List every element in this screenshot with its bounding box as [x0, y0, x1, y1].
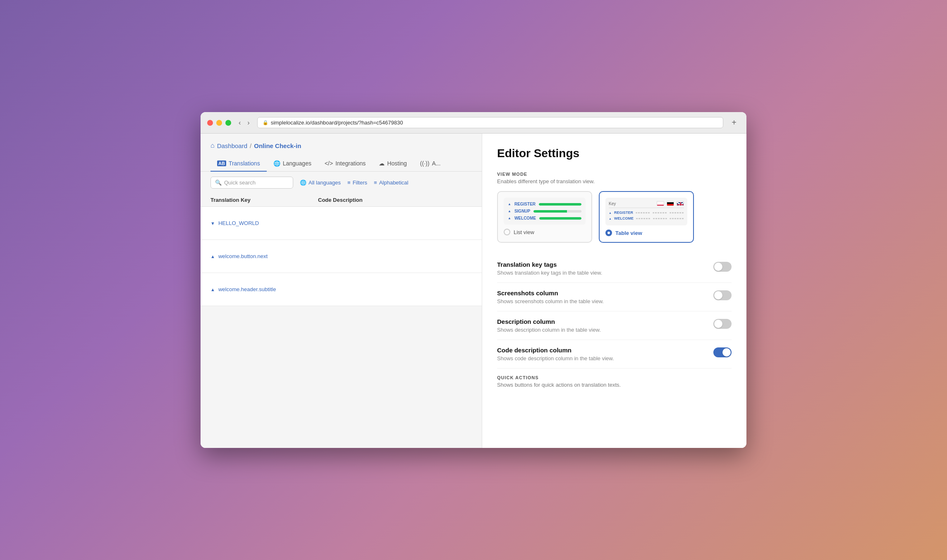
- address-bar[interactable]: 🔒 simplelocalize.io/dashboard/projects/?…: [257, 117, 724, 128]
- key-label: welcome.button.next: [218, 253, 268, 259]
- search-icon: 🔍: [215, 179, 222, 186]
- key-label: welcome.header.subtitle: [218, 286, 276, 292]
- preview-chevron-icon: ▲: [508, 202, 511, 206]
- preview-bar-container: [533, 210, 581, 213]
- sort-icon: ≡: [374, 179, 377, 186]
- svg-rect-1: [657, 205, 664, 206]
- tab-hosting-label: Hosting: [387, 160, 407, 167]
- preview-row-key: WELCOME: [614, 216, 634, 220]
- list-view-text: List view: [514, 229, 534, 235]
- tab-languages-label: Languages: [283, 160, 311, 167]
- close-button[interactable]: [207, 120, 213, 126]
- toggle-description-title: Description column: [497, 318, 707, 325]
- tab-translations[interactable]: AB Translations: [210, 156, 267, 172]
- alphabetical-button[interactable]: ≡ Alphabetical: [374, 179, 408, 186]
- toggle-row-description: Description column Shows description col…: [497, 311, 732, 340]
- preview-row-key: REGISTER: [614, 211, 633, 215]
- maximize-button[interactable]: [225, 120, 231, 126]
- preview-table-header: Key: [609, 201, 684, 208]
- preview-bar: [539, 217, 581, 220]
- svg-rect-3: [667, 204, 674, 206]
- tab-translations-icon: AB: [217, 160, 226, 166]
- preview-chevron-icon: ▲: [508, 216, 511, 220]
- new-tab-button[interactable]: +: [728, 117, 740, 128]
- lock-icon: 🔒: [263, 120, 268, 125]
- preview-chevron-icon: ▲: [609, 217, 612, 220]
- table-view-radio[interactable]: [605, 230, 612, 236]
- toggle-screenshots-desc: Shows screenshots column in the table vi…: [497, 298, 707, 304]
- table-row[interactable]: ▼ HELLO_WORLD: [201, 207, 482, 240]
- toggle-key-tags-info: Translation key tags Shows translation k…: [497, 261, 707, 276]
- tab-auto-icon: ((·)): [420, 160, 430, 167]
- breadcrumb: ⌂ Dashboard / Online Check-in: [201, 134, 482, 156]
- filter-icon: ≡: [347, 179, 351, 186]
- settings-title: Editor Settings: [497, 147, 732, 160]
- tab-auto[interactable]: ((·)) A...: [414, 156, 447, 172]
- back-button[interactable]: ‹: [236, 118, 243, 127]
- toggle-code-desc-switch[interactable]: [713, 347, 732, 357]
- tab-translations-label: Translations: [229, 160, 260, 167]
- tab-languages[interactable]: 🌐 Languages: [267, 156, 318, 172]
- tab-integrations[interactable]: </> Integrations: [318, 156, 372, 172]
- table-row[interactable]: ▲ welcome.button.next: [201, 240, 482, 273]
- forward-button[interactable]: ›: [245, 118, 252, 127]
- list-view-radio[interactable]: [504, 229, 510, 235]
- view-mode-desc: Enables different type of translation vi…: [497, 178, 732, 184]
- minimize-button[interactable]: [216, 120, 222, 126]
- chevron-up-icon: ▲: [210, 287, 215, 292]
- squiggle-decoration: [653, 212, 667, 213]
- squiggle-decoration: [670, 212, 684, 213]
- quick-actions-desc: Shows buttons for quick actions on trans…: [497, 382, 732, 388]
- toggle-key-tags-title: Translation key tags: [497, 261, 707, 268]
- table-view-option[interactable]: Key: [599, 191, 694, 243]
- flag-pl-icon: [657, 201, 664, 206]
- breadcrumb-parent[interactable]: Dashboard: [217, 142, 247, 149]
- table-row[interactable]: ▲ welcome.header.subtitle: [201, 273, 482, 306]
- url-text: simplelocalize.io/dashboard/projects/?ha…: [271, 120, 403, 126]
- toggle-description-switch[interactable]: [713, 319, 732, 329]
- toggle-knob: [722, 348, 731, 357]
- toggle-key-tags-switch[interactable]: [713, 262, 732, 272]
- search-box[interactable]: 🔍 Quick search: [210, 177, 293, 189]
- titlebar: ‹ › 🔒 simplelocalize.io/dashboard/projec…: [201, 112, 746, 134]
- flag-gb-icon: [677, 201, 684, 206]
- list-view-option[interactable]: ▲ REGISTER ▲ SIGNUP: [497, 191, 592, 243]
- column-desc-header: Code Description: [318, 197, 472, 203]
- tab-hosting[interactable]: ☁ Hosting: [372, 156, 413, 172]
- list-preview: ▲ REGISTER ▲ SIGNUP: [504, 198, 586, 225]
- preview-row-signup: ▲ SIGNUP: [508, 209, 581, 213]
- chevron-up-icon: ▲: [210, 254, 215, 259]
- preview-bar: [539, 203, 581, 206]
- tab-languages-icon: 🌐: [273, 160, 280, 167]
- home-icon[interactable]: ⌂: [210, 142, 215, 149]
- squiggle-decoration: [636, 212, 650, 213]
- row-key-welcome-button: ▲ welcome.button.next: [210, 253, 318, 259]
- filters-label: Filters: [353, 179, 367, 186]
- toggle-knob: [714, 263, 722, 271]
- breadcrumb-current: Online Check-in: [254, 142, 301, 149]
- svg-rect-4: [667, 206, 674, 206]
- tab-integrations-icon: </>: [325, 160, 333, 167]
- preview-table-row-welcome: ▲ WELCOME: [609, 216, 684, 220]
- squiggle-decoration: [636, 218, 650, 219]
- preview-table-row-register: ▲ REGISTER: [609, 211, 684, 215]
- list-view-label: List view: [504, 229, 586, 235]
- globe-icon: 🌐: [300, 179, 306, 186]
- tabs: AB Translations 🌐 Languages </> Integrat…: [201, 156, 482, 172]
- filters-button[interactable]: ≡ Filters: [347, 179, 367, 186]
- toggle-screenshots-switch[interactable]: [713, 290, 732, 300]
- svg-rect-2: [667, 202, 674, 204]
- toggle-knob: [714, 291, 722, 299]
- preview-bar-partial: [533, 210, 581, 213]
- preview-key-register: REGISTER: [514, 202, 536, 206]
- toggle-description-desc: Shows description column in the table vi…: [497, 327, 707, 333]
- key-label: HELLO_WORLD: [218, 220, 259, 226]
- chevron-down-icon: ▼: [210, 221, 215, 226]
- flag-de-icon: [667, 201, 674, 206]
- all-languages-filter[interactable]: 🌐 All languages: [300, 179, 341, 186]
- table-body: ▼ HELLO_WORLD ▲ welcome.button.next ▲: [201, 207, 482, 448]
- tab-integrations-label: Integrations: [335, 160, 366, 167]
- view-mode-label: VIEW MODE: [497, 172, 732, 177]
- svg-rect-0: [657, 202, 664, 205]
- toggle-screenshots-info: Screenshots column Shows screenshots col…: [497, 290, 707, 304]
